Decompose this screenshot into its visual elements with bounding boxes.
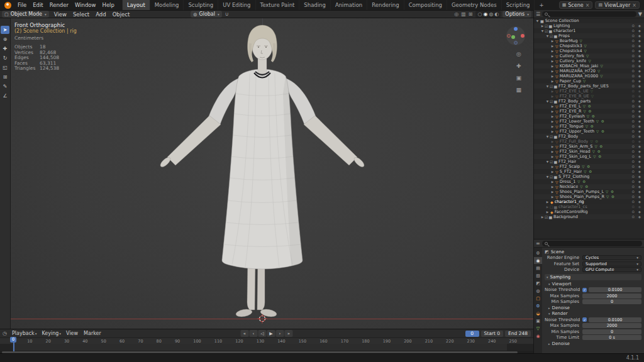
visibility-icons[interactable]: ⊙ ◈	[631, 44, 642, 48]
collection-checkbox[interactable]: ☑	[545, 215, 548, 219]
object-name[interactable]: FT2_Skin_Leg_L	[560, 154, 592, 159]
outliner-row[interactable]: ▶ ▽ FT2_Full_Body ▽ ⚙ ⊙ ◈	[534, 139, 644, 144]
object-name[interactable]: FT2_EYE_L	[560, 104, 581, 109]
expand-arrow-icon[interactable]: ▶	[550, 170, 555, 173]
object-name[interactable]: FT2_EYE_L_UE	[560, 89, 589, 94]
object-name[interactable]: MARUZARA_H1000	[560, 74, 599, 79]
transport-button[interactable]: ›	[276, 330, 284, 337]
outliner-row[interactable]: ▶ ▽ FT2_EYE_R_UE ▽ ⊙ ◈	[534, 94, 644, 99]
properties-tab[interactable]: ▤	[534, 265, 542, 272]
frame-end-field[interactable]: End 248	[505, 331, 531, 337]
expand-arrow-icon[interactable]: ▶	[550, 195, 555, 199]
playhead[interactable]: 0	[13, 337, 14, 351]
tool-button[interactable]: ➤	[1, 26, 9, 34]
properties-tab[interactable]: ▧	[534, 272, 542, 279]
outliner-row[interactable]: ▼ ☑ ▦ FT2_Body_parts ⊙ ◈	[534, 99, 644, 104]
object-name[interactable]: KOBACHI_Miso_jaki	[560, 63, 599, 69]
object-name[interactable]: FT2_Scalp	[560, 164, 580, 169]
expand-arrow-icon[interactable]: ▶	[550, 50, 555, 53]
collection-checkbox[interactable]: ☑	[545, 24, 548, 28]
transform-orientation-selector[interactable]: ◍ Global ▾	[191, 11, 221, 18]
expand-arrow-icon[interactable]: ▶	[550, 145, 555, 148]
zoom-icon[interactable]: ◎	[516, 51, 521, 57]
noise-threshold-field[interactable]: 0.0100	[589, 287, 641, 292]
timeline-menu-item[interactable]: Keying ▾	[39, 331, 64, 336]
object-name[interactable]: FT2_Body_parts	[558, 99, 591, 104]
timeline-menu-item[interactable]: Marker	[81, 331, 104, 336]
min-samples-field[interactable]: 0	[582, 299, 641, 304]
object-name[interactable]: FT2_Full_Body	[560, 139, 589, 144]
outliner-row[interactable]: ▶ ▽ FT2_Skin_Leg_L ▽ ⚙ ⊙ ◈	[534, 154, 644, 159]
object-name[interactable]: Chopstick3	[560, 43, 582, 48]
outliner-row[interactable]: ▶ ☑ ▦ Background ⊙ ◈	[534, 214, 644, 219]
expand-arrow-icon[interactable]: ▶	[550, 110, 555, 113]
object-name[interactable]: character1_rig	[555, 199, 584, 204]
outliner-search-input[interactable]	[542, 11, 636, 17]
tool-button[interactable]: ∠	[1, 92, 9, 100]
expand-arrow-icon[interactable]: ▶	[545, 200, 550, 204]
expand-arrow-icon[interactable]: ▶	[550, 75, 555, 78]
viewport-menu-item[interactable]: Add	[92, 9, 109, 19]
subsection-viewport-denoise[interactable]: ▸ Denoise	[545, 305, 641, 311]
outliner-row[interactable]: ▶ ☐ ▦ character1_cs ⊙ ◈	[534, 204, 644, 209]
mode-selector[interactable]: ▢ Object Mode ▾	[2, 11, 49, 18]
topbar-menu-item[interactable]: File	[14, 0, 30, 10]
blender-logo-icon[interactable]	[4, 2, 11, 9]
pan-icon[interactable]: ✚	[516, 63, 521, 69]
tool-button[interactable]: ⊕	[1, 35, 9, 43]
workspace-tab[interactable]: Modeling	[150, 0, 184, 10]
collection-checkbox[interactable]: ☐	[550, 205, 553, 209]
outliner-row[interactable]: ▶ ▽ MARUZARA_H720 ▽ ⊙ ◈	[534, 69, 644, 74]
viewlayer-selector[interactable]: ▤ ViewLayer ×	[595, 1, 640, 9]
visibility-icons[interactable]: ⊙ ◈	[631, 24, 642, 28]
outliner-row[interactable]: ▶ ▽ FT2_EYE_L_UE ▽ ⊙ ◈	[534, 89, 644, 94]
scene-selector[interactable]: ▦ Scene ×	[559, 1, 593, 9]
object-name[interactable]: Necklace	[560, 184, 579, 189]
outliner-row[interactable]: ▼ ☑ ▦ Props ⊙ ◈	[534, 33, 644, 38]
object-name[interactable]: FT2_Body_parts_for_UE5	[558, 84, 609, 89]
timeline-menu-item[interactable]: View	[64, 331, 81, 336]
visibility-icons[interactable]: ⊙ ◈	[631, 94, 642, 98]
subsection-viewport[interactable]: ▾ Viewport	[545, 281, 641, 287]
object-name[interactable]: FT2_Eyelash	[560, 114, 585, 119]
outliner-row[interactable]: ▶ ☑ ▦ Lighting ⊙ ◈	[534, 23, 644, 28]
collection-checkbox[interactable]: ☑	[550, 34, 553, 38]
object-name[interactable]: Lighting	[553, 23, 570, 28]
expand-arrow-icon[interactable]: ▶	[550, 65, 555, 68]
expand-arrow-icon[interactable]: ▶	[550, 120, 555, 123]
object-name[interactable]: Scene Collection	[545, 18, 579, 23]
expand-arrow-icon[interactable]: ▶	[540, 25, 545, 28]
frame-start-field[interactable]: Start 0	[481, 331, 503, 337]
object-name[interactable]: FT2_EYE_R_UE	[560, 94, 589, 99]
visibility-icons[interactable]: ⊙ ◈	[631, 99, 642, 103]
section-sampling[interactable]: ▾ Sampling	[545, 274, 641, 280]
expand-arrow-icon[interactable]: ▶	[550, 185, 555, 189]
expand-arrow-icon[interactable]: ▼	[545, 100, 550, 103]
properties-tab[interactable]: ▽	[534, 325, 542, 332]
outliner-row[interactable]: ▶ ▽ FT2_EYE_R ▽ ⚙ ⊙ ◈	[534, 109, 644, 114]
object-name[interactable]: Props	[558, 33, 570, 38]
transport-button[interactable]: ◁	[258, 330, 267, 337]
expand-arrow-icon[interactable]: ▼	[545, 135, 550, 138]
workspace-tab[interactable]: Animation	[330, 0, 367, 10]
object-name[interactable]: character1	[553, 28, 575, 33]
transport-button[interactable]: «	[241, 330, 249, 337]
tool-button[interactable]: ✚	[1, 45, 9, 53]
workspace-tab[interactable]: Layout	[122, 0, 150, 10]
topbar-menu-item[interactable]: Render	[47, 0, 72, 10]
outliner-row[interactable]: ▶ ▽ BearMug ▽ ⊙ ◈	[534, 38, 644, 43]
outliner-row[interactable]: ▶ ▽ FT2_Scalp ▽ ⚙ ⊙ ◈	[534, 164, 644, 169]
outliner-row[interactable]: ▶ ▽ FT2_Lower_Teeth ▽ ⚙ ⊙ ◈	[534, 119, 644, 124]
visibility-icons[interactable]: ⊙ ◈	[631, 205, 642, 209]
outliner-row[interactable]: ▶ ▽ FT2_EYE_L ▽ ⚙ ⊙ ◈	[534, 104, 644, 109]
expand-arrow-icon[interactable]: ▶	[550, 90, 555, 93]
object-name[interactable]: Dress_1	[560, 179, 576, 184]
expand-arrow-icon[interactable]: ▶	[550, 130, 555, 133]
topbar-menu-item[interactable]: Help	[99, 0, 117, 10]
navigation-gizmo[interactable]	[506, 26, 525, 45]
object-name[interactable]: FT2_Lower_Teeth	[560, 119, 594, 124]
visibility-icons[interactable]: ⊙ ◈	[631, 190, 642, 194]
axis-y-handle[interactable]	[511, 35, 515, 39]
visibility-icons[interactable]: ⊙ ◈	[631, 200, 642, 204]
outliner-row[interactable]: ▶ ▽ Chopstick4 ▽ ⊙ ◈	[534, 48, 644, 53]
